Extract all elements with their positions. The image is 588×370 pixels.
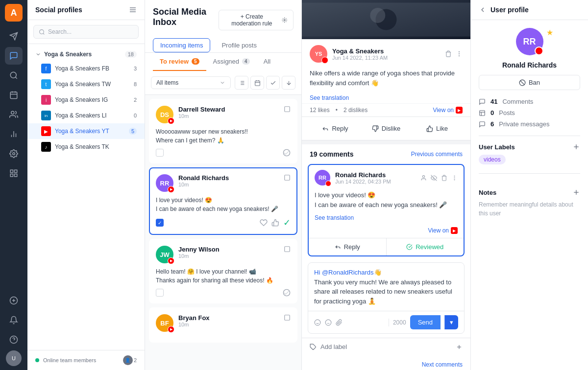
jenny-avatar-wrap: JW ▶ (156, 246, 173, 263)
attachment-icon[interactable] (336, 319, 343, 326)
subtab-all[interactable]: All (257, 53, 277, 71)
assign-icon-darrell[interactable] (284, 106, 291, 114)
post-dislike-button[interactable]: Dislike (361, 121, 412, 136)
sidebar-item-li[interactable]: in Yoga & Sneakers LI 0 (27, 108, 145, 123)
label-videos[interactable]: videos (479, 155, 506, 164)
message-card-bryan[interactable]: BF ▶ Bryan Fox 10m (149, 307, 297, 343)
heart-icon[interactable] (260, 219, 268, 227)
darrell-checkbox[interactable] (156, 149, 164, 157)
send-button[interactable]: Send (410, 315, 441, 329)
star-icon[interactable]: ★ (546, 28, 553, 37)
svg-rect-34 (255, 81, 260, 86)
svg-point-56 (454, 179, 455, 180)
left-navigation: A U (0, 0, 27, 370)
bryan-avatar-wrap: BF ▶ (156, 314, 173, 332)
view-on-post[interactable]: View on ▶ (433, 107, 463, 114)
post-thumbnail (302, 0, 470, 39)
filter-select[interactable]: All items (151, 76, 231, 89)
ban-button[interactable]: Ban (479, 75, 580, 90)
user-avatar-nav[interactable]: U (6, 350, 22, 366)
post-yt-badge (321, 57, 328, 64)
nav-grid[interactable] (5, 164, 23, 182)
prev-comments-link[interactable]: Previous comments (411, 151, 463, 158)
post-reply-button[interactable]: Reply (310, 121, 361, 136)
back-icon[interactable] (479, 6, 487, 14)
check-circle-icon-jenny[interactable] (283, 289, 291, 297)
delete-icon[interactable] (441, 175, 447, 181)
nav-send[interactable] (5, 27, 23, 45)
subtab-to-review[interactable]: To review 5 (153, 53, 206, 71)
emoji-icon[interactable] (314, 319, 321, 326)
comment-reviewed-button[interactable]: Reviewed (387, 238, 464, 255)
sidebar-item-tk[interactable]: ♪ Yoga & Sneakers TK (27, 139, 145, 155)
group-count: 18 (125, 51, 137, 58)
post-see-translation[interactable]: See translation (302, 92, 470, 103)
assign-icon-ronald[interactable] (284, 174, 291, 183)
more-icon[interactable] (456, 50, 463, 57)
add-label-row[interactable]: Add label (302, 338, 470, 355)
comment-view-on-link[interactable]: View on ▶ (428, 227, 458, 234)
nav-search[interactable] (5, 67, 23, 84)
emoji2-icon[interactable] (325, 319, 332, 326)
next-comments[interactable]: Next comments (302, 355, 470, 370)
message-list: DS ▶ Darrell Steward 10m Wooooawww super… (145, 95, 301, 370)
thumbsup-icon[interactable] (271, 219, 279, 227)
user-icon[interactable] (420, 175, 427, 181)
subtab-assigned[interactable]: Assigned 4 (206, 53, 257, 71)
calendar-view-button[interactable] (250, 76, 264, 90)
group-header[interactable]: Yoga & Sneakers 18 (27, 48, 145, 61)
more-icon-comment[interactable] (451, 175, 458, 181)
check-circle-icon[interactable] (283, 149, 291, 157)
tab-incoming-items[interactable]: Incoming items (153, 38, 210, 52)
create-rule-button[interactable]: + Create moderation rule (219, 10, 294, 30)
profile-count-yt: 5 (129, 128, 137, 135)
reply-input[interactable]: Hi @RonaldRichards👋 Thank you very much!… (308, 263, 464, 311)
comment-see-translation[interactable]: See translation (309, 213, 464, 225)
comment-reply-button[interactable]: Reply (309, 238, 386, 255)
online-count: 2 (134, 357, 137, 363)
nav-help[interactable] (5, 331, 23, 348)
message-card-jenny[interactable]: JW ▶ Jenny Wilson 10m Hello team! 🤗 I lo… (149, 239, 297, 303)
plus-icon-label[interactable] (456, 344, 463, 350)
profile-name-tk: Yoga & Sneakers TK (55, 143, 137, 150)
assign-icon-jenny[interactable] (284, 246, 291, 254)
sidebar-item-tw[interactable]: t Yoga & Sneakers TW 8 (27, 76, 145, 92)
sort-button[interactable] (282, 76, 295, 90)
nav-add[interactable] (5, 292, 23, 309)
sidebar-item-ig[interactable]: i Yoga & Sneakers IG 2 (27, 92, 145, 108)
tab-profile-posts[interactable]: Profile posts (214, 38, 264, 52)
sidebar-item-yt[interactable]: ▶ Yoga & Sneakers YT 5 (27, 123, 145, 139)
done-icon[interactable]: ✓ (283, 217, 291, 228)
search-input[interactable]: Search... (33, 25, 139, 39)
nav-people[interactable] (5, 106, 23, 123)
check-view-button[interactable] (266, 76, 280, 90)
nav-inbox[interactable] (5, 47, 23, 65)
ronald-checkbox[interactable]: ✓ (156, 219, 164, 227)
hide-icon[interactable] (431, 175, 437, 181)
add-note-button[interactable] (572, 188, 580, 196)
nav-gear[interactable] (5, 145, 23, 162)
send-dropdown-button[interactable]: ▾ (444, 315, 458, 329)
bryan-meta: Bryan Fox 10m (178, 314, 279, 327)
list-view-button[interactable] (235, 76, 248, 90)
app-logo[interactable]: A (5, 4, 23, 22)
add-label-button[interactable] (572, 143, 580, 151)
profile-avatar-container: RR ★ (516, 28, 543, 55)
darrell-text: Wooooawww super new sneakers!!Where can … (156, 127, 291, 145)
message-card-darrell[interactable]: DS ▶ Darrell Steward 10m Wooooawww super… (149, 99, 297, 163)
svg-point-49 (459, 51, 459, 52)
nav-calendar[interactable] (5, 86, 23, 104)
assign-icon-bryan[interactable] (284, 314, 291, 323)
message-card-ronald[interactable]: RR ▶ Ronald Richards 10m I love your vid… (149, 167, 297, 235)
svg-point-54 (454, 176, 455, 176)
post-like-button[interactable]: Like (412, 121, 463, 136)
nav-notifications[interactable] (5, 311, 23, 329)
post-channel-name: Yoga & Sneakers (332, 47, 440, 55)
trash-icon[interactable] (445, 50, 452, 57)
jenny-checkbox[interactable] (156, 289, 164, 297)
nav-analytics[interactable] (5, 125, 23, 143)
collapse-icon[interactable] (129, 6, 137, 14)
jenny-meta: Jenny Wilson 10m (178, 246, 279, 259)
sidebar-item-fb[interactable]: f Yoga & Sneakers FB 3 (27, 61, 145, 76)
inbox-tabs: Incoming items Profile posts (153, 38, 294, 52)
